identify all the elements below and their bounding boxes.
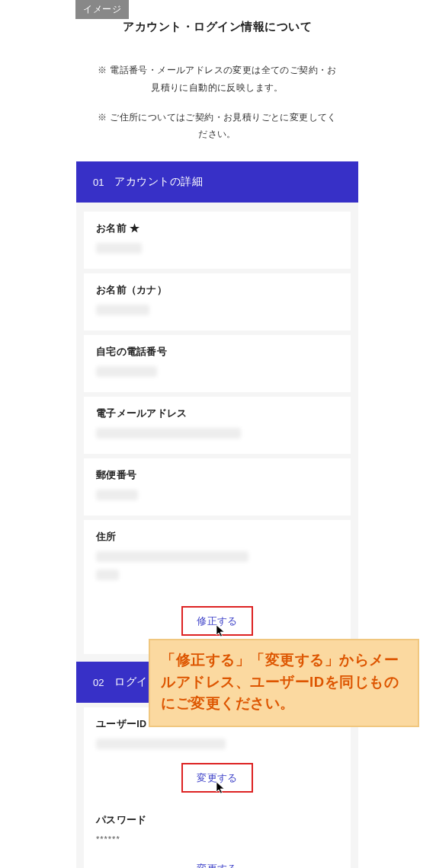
section-body-login: ユーザーID 変更する パスワード ****** 変更する (76, 703, 358, 868)
field-value-blurred (96, 490, 138, 500)
notice-text: ※ 電話番号・メールアドレスの変更は全てのご契約・お見積りに自動的に反映します。 (98, 62, 337, 97)
field-name-kana: お名前（カナ） (84, 273, 351, 330)
section-title: ログイ (114, 675, 148, 689)
page-title: アカウント・ログイン情報について (91, 20, 343, 34)
field-label: 自宅の電話番号 (96, 346, 338, 359)
password-masked: ****** (96, 834, 338, 844)
instruction-callout: 「修正する」「変更する」からメールアドレス、ユーザーIDを同じものにご変更くださ… (149, 639, 419, 727)
field-value-blurred (96, 551, 248, 562)
field-password: パスワード ****** (84, 806, 351, 850)
field-value-blurred (96, 305, 149, 315)
field-label: 住所 (96, 531, 338, 544)
action-row-change-password: 変更する (84, 850, 351, 868)
notice-area: ※ 電話番号・メールアドレスの変更は全てのご契約・お見積りに自動的に反映します。… (76, 49, 358, 161)
field-value-blurred (96, 243, 142, 254)
notice-text: ※ ご住所についてはご契約・お見積りごとに変更してください。 (98, 109, 337, 144)
field-postal-code: 郵便番号 (84, 458, 351, 515)
field-name: お名前 ★ (84, 212, 351, 269)
cursor-icon (216, 781, 226, 795)
field-value-blurred (96, 366, 157, 377)
cursor-icon (216, 624, 226, 638)
field-label: お名前（カナ） (96, 284, 338, 297)
field-value-blurred (96, 739, 226, 749)
change-password-button[interactable]: 変更する (197, 856, 237, 868)
section-body-account: お名前 ★ お名前（カナ） 自宅の電話番号 電子メールアドレス 郵便番号 住所 … (76, 203, 358, 662)
field-value-blurred (96, 570, 119, 580)
field-label: お名前 ★ (96, 222, 338, 235)
field-email: 電子メールアドレス (84, 397, 351, 454)
image-badge: イメージ (75, 0, 129, 19)
section-header-account: 01 アカウントの詳細 (76, 161, 358, 203)
callout-text: 「修正する」「変更する」からメールアドレス、ユーザーIDを同じものにご変更くださ… (161, 649, 407, 715)
action-row-change-userid: 変更する (84, 758, 351, 806)
field-address: 住所 (84, 520, 351, 595)
field-value-blurred (96, 428, 241, 439)
field-label: 電子メールアドレス (96, 407, 338, 420)
page-container: アカウント・ログイン情報について ※ 電話番号・メールアドレスの変更は全てのご契… (76, 0, 358, 868)
field-label: パスワード (96, 814, 338, 827)
field-label: 郵便番号 (96, 469, 338, 482)
section-number: 02 (93, 677, 104, 688)
field-home-phone: 自宅の電話番号 (84, 335, 351, 392)
section-title: アカウントの詳細 (114, 175, 203, 189)
section-number: 01 (93, 177, 104, 188)
